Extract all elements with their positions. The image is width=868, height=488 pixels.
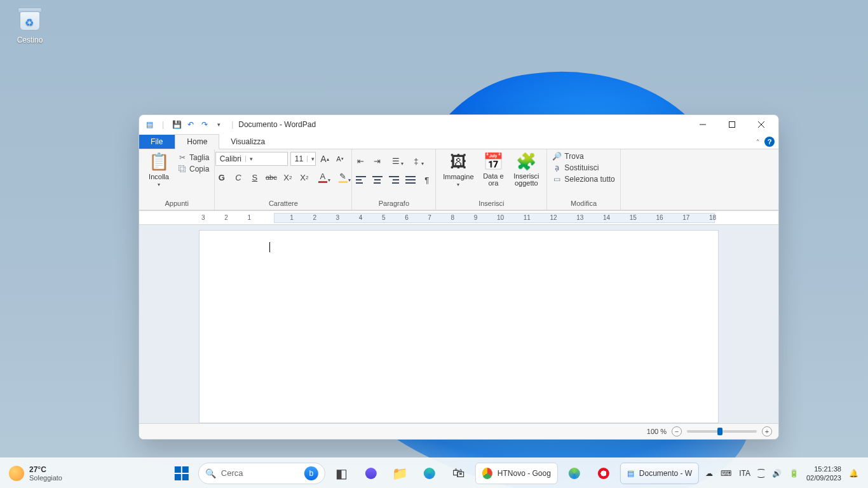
taskbar-wordpad[interactable]: ▤ Documento - W bbox=[620, 463, 699, 484]
zoom-slider[interactable] bbox=[687, 430, 757, 433]
notifications-button[interactable]: 🔔 bbox=[849, 469, 863, 478]
minimize-button[interactable] bbox=[688, 115, 717, 134]
taskbar-chrome[interactable]: HTNovo - Goog bbox=[475, 463, 558, 484]
font-color-icon: A bbox=[318, 172, 327, 183]
language-indicator[interactable]: ITA bbox=[739, 469, 750, 478]
group-editing: 🔎Trova ạSostituisci ▭Seleziona tutto Mod… bbox=[547, 149, 620, 210]
decrease-indent-button[interactable]: ⇤ bbox=[355, 154, 367, 167]
paste-button[interactable]: 📋 Incolla ▾ bbox=[144, 152, 173, 187]
maximize-button[interactable] bbox=[717, 115, 747, 134]
superscript-button[interactable]: X2 bbox=[298, 171, 311, 184]
group-label-insert: Inserisci bbox=[478, 200, 504, 208]
group-label-paragraph: Paragrafo bbox=[379, 200, 409, 208]
bing-icon: b bbox=[304, 466, 318, 480]
close-button[interactable] bbox=[747, 115, 776, 134]
select-all-icon: ▭ bbox=[552, 175, 562, 184]
search-placeholder: Cerca bbox=[221, 468, 243, 478]
line-spacing-button[interactable]: ‡ bbox=[408, 154, 424, 167]
ribbon: 📋 Incolla ▾ ✂Taglia ⿻Copia Appunti Calib… bbox=[139, 149, 778, 210]
zoom-level: 100 % bbox=[647, 428, 667, 435]
explorer-button[interactable]: 📁 bbox=[388, 461, 413, 486]
clock[interactable]: 15:21:38 02/09/2023 bbox=[806, 464, 841, 482]
wifi-icon[interactable]: ⁐ bbox=[758, 469, 764, 478]
insert-object-button[interactable]: 🧩 Inserisci oggetto bbox=[511, 152, 541, 187]
group-label-editing: Modifica bbox=[571, 200, 597, 208]
highlight-button[interactable]: ✎ bbox=[335, 171, 351, 184]
paragraph-dialog-button[interactable]: ¶ bbox=[421, 173, 433, 186]
edge-icon bbox=[424, 468, 435, 479]
collapse-ribbon-icon[interactable]: ˄ bbox=[756, 139, 759, 146]
weather-desc: Soleggiato bbox=[29, 474, 62, 482]
search-icon: 🔍 bbox=[205, 468, 216, 478]
find-button[interactable]: 🔎Trova bbox=[552, 152, 614, 161]
copy-button[interactable]: ⿻Copia bbox=[177, 165, 209, 173]
grow-font-button[interactable]: A▴ bbox=[318, 152, 331, 165]
battery-icon[interactable]: 🔋 bbox=[789, 469, 799, 478]
edge-dev-icon bbox=[569, 468, 580, 479]
chevron-down-icon: ▾ bbox=[457, 182, 459, 187]
opera-button[interactable] bbox=[591, 461, 616, 486]
undo-icon[interactable]: ↶ bbox=[186, 119, 196, 130]
document-page[interactable] bbox=[199, 230, 719, 423]
recycle-bin[interactable]: ♻ Cestino bbox=[8, 5, 52, 44]
group-font: Calibri▾ 11▾ A▴ A▾ G C S abє X2 X2 A ✎ C… bbox=[215, 149, 352, 210]
zoom-out-button[interactable]: − bbox=[672, 426, 682, 437]
tab-home[interactable]: Home bbox=[175, 134, 219, 149]
subscript-button[interactable]: X2 bbox=[281, 171, 294, 184]
keyboard-icon[interactable]: ⌨ bbox=[721, 469, 731, 478]
align-center-button[interactable] bbox=[371, 173, 384, 186]
help-icon[interactable]: ? bbox=[764, 137, 775, 147]
statusbar: 100 % − + bbox=[139, 424, 778, 439]
store-button[interactable]: 🛍 bbox=[446, 461, 471, 486]
ruler[interactable]: 3 2 1 1 2 3 4 5 6 7 8 9 10 11 12 13 14 1… bbox=[139, 211, 778, 225]
edge-dev-button[interactable] bbox=[562, 461, 587, 486]
replace-icon: ạ bbox=[552, 163, 562, 172]
onedrive-icon[interactable]: ☁ bbox=[705, 469, 713, 478]
search-input[interactable]: 🔍 Cerca b bbox=[198, 463, 325, 484]
align-right-button[interactable] bbox=[388, 173, 400, 186]
titlebar[interactable]: ▤ | 💾 ↶ ↷ ▾ | Documento - WordPad bbox=[139, 115, 778, 134]
clipboard-icon: 📋 bbox=[149, 152, 169, 172]
shrink-font-button[interactable]: A▾ bbox=[334, 152, 346, 165]
save-icon[interactable]: 💾 bbox=[172, 119, 182, 130]
align-justify-button[interactable] bbox=[404, 173, 417, 186]
strikethrough-button[interactable]: abє bbox=[265, 171, 278, 184]
font-size-combo[interactable]: 11▾ bbox=[290, 152, 316, 166]
scissors-icon: ✂ bbox=[177, 153, 187, 162]
cut-button[interactable]: ✂Taglia bbox=[177, 153, 209, 162]
taskbar-center: 🔍 Cerca b ◧ 📁 🛍 HTNovo - Goog ▤ Document… bbox=[169, 461, 699, 486]
replace-button[interactable]: ạSostituisci bbox=[552, 163, 614, 172]
text-caret bbox=[269, 242, 270, 252]
highlight-icon: ✎ bbox=[339, 172, 348, 183]
chat-button[interactable] bbox=[358, 461, 384, 486]
italic-button[interactable]: C bbox=[232, 171, 245, 184]
bold-button[interactable]: G bbox=[215, 171, 228, 184]
weather-widget[interactable]: 27°C Soleggiato bbox=[0, 465, 62, 482]
weather-temp: 27°C bbox=[29, 465, 62, 474]
redo-icon[interactable]: ↷ bbox=[200, 119, 210, 130]
select-all-button[interactable]: ▭Seleziona tutto bbox=[552, 175, 614, 184]
app-icon: ▤ bbox=[144, 119, 154, 130]
calendar-icon: 📅 bbox=[483, 152, 503, 172]
zoom-in-button[interactable]: + bbox=[762, 426, 772, 437]
tab-view[interactable]: Visualizza bbox=[219, 135, 277, 149]
opera-icon bbox=[598, 468, 609, 479]
font-color-button[interactable]: A bbox=[315, 171, 331, 184]
align-left-button[interactable] bbox=[355, 173, 367, 186]
qat-customize-icon[interactable]: ▾ bbox=[214, 119, 224, 130]
increase-indent-button[interactable]: ⇥ bbox=[371, 154, 384, 167]
font-family-combo[interactable]: Calibri▾ bbox=[215, 152, 288, 166]
tab-file[interactable]: File bbox=[139, 135, 175, 149]
start-button[interactable] bbox=[169, 461, 194, 486]
task-view-button[interactable]: ◧ bbox=[329, 461, 355, 486]
underline-button[interactable]: S bbox=[248, 171, 261, 184]
volume-icon[interactable]: 🔊 bbox=[772, 469, 782, 478]
insert-picture-button[interactable]: 🖼 Immagine ▾ bbox=[441, 152, 475, 187]
chat-icon bbox=[365, 468, 377, 479]
edge-button[interactable] bbox=[417, 461, 442, 486]
insert-datetime-button[interactable]: 📅 Data e ora bbox=[479, 152, 507, 187]
wordpad-icon: ▤ bbox=[627, 469, 634, 478]
bullets-button[interactable]: ☰ bbox=[388, 154, 404, 167]
recycle-bin-label: Cestino bbox=[8, 36, 52, 44]
quick-access-toolbar: ▤ | 💾 ↶ ↷ ▾ | bbox=[142, 119, 237, 130]
